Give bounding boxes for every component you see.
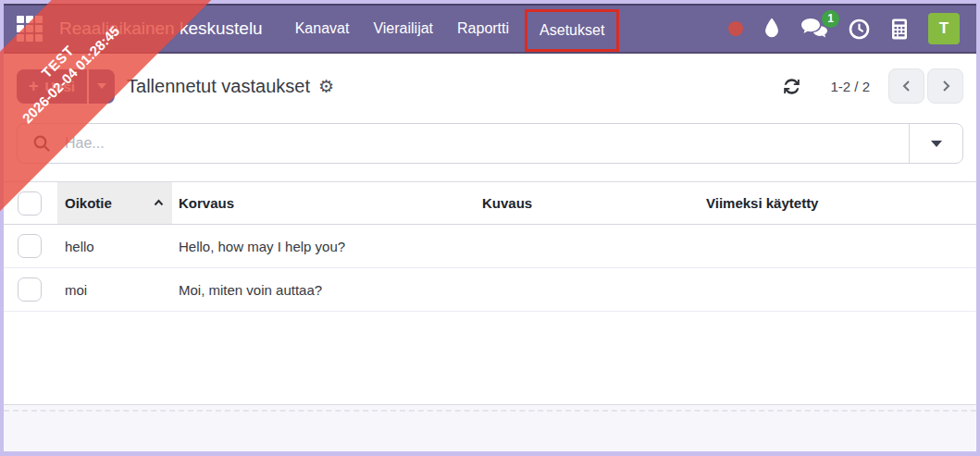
table-row[interactable]: hello Hello, how may I help you?: [4, 225, 976, 268]
new-button-group: + Uusi: [17, 69, 115, 104]
user-avatar[interactable]: T: [928, 13, 960, 44]
message-count-badge: 1: [822, 10, 839, 28]
sort-asc-icon: [153, 197, 165, 209]
cell-substitution: Hello, how may I help you?: [172, 225, 476, 267]
cell-shortcut: hello: [57, 225, 172, 267]
page-title: Tallennetut vastaukset: [127, 76, 310, 97]
menu-item-asetukset[interactable]: Asetukset: [525, 9, 619, 52]
menu-item-vierailijat[interactable]: Vierailijat: [361, 6, 445, 52]
filter-caret-icon: [931, 141, 942, 147]
pager-next-button[interactable]: [927, 68, 963, 104]
pager-range: 1-2 / 2: [830, 79, 870, 94]
menu-item-raportti[interactable]: Raportti: [445, 6, 521, 52]
app-window: Reaaliaikainen keskustelu Kanavat Vierai…: [0, 0, 980, 456]
pager: 1-2 / 2: [783, 68, 963, 104]
select-all-checkbox[interactable]: [18, 191, 42, 216]
drop-icon[interactable]: [763, 17, 781, 41]
calculator-icon[interactable]: [890, 18, 909, 41]
pager-previous-button[interactable]: [888, 68, 924, 104]
cell-description: [476, 225, 700, 267]
activity-clock-icon[interactable]: [848, 18, 871, 41]
row-checkbox[interactable]: [18, 234, 42, 258]
main-menu: Kanavat Vierailijat Raportti Asetukset: [283, 6, 620, 52]
cell-description: [476, 268, 700, 311]
apps-grid-icon[interactable]: [17, 16, 43, 42]
control-bar: + Uusi Tallennetut vastaukset ⚙ 1-2 / 2: [4, 54, 976, 118]
table-header-row: Oikotie Korvaus Kuvaus Viimeksi käytetty: [4, 181, 976, 225]
search-bar: [17, 123, 963, 164]
cell-shortcut: moi: [57, 268, 172, 311]
cell-last-used: [700, 225, 976, 267]
column-header-korvaus[interactable]: Korvaus: [172, 182, 476, 224]
chevron-right-icon: [939, 80, 952, 92]
new-button[interactable]: + Uusi: [17, 69, 87, 104]
chevron-left-icon: [900, 80, 913, 92]
cell-last-used: [700, 268, 976, 311]
search-icon: [32, 134, 51, 153]
refresh-icon[interactable]: [783, 78, 800, 95]
new-button-label: Uusi: [45, 79, 76, 94]
systray: 1 T: [728, 13, 967, 44]
top-navbar: Reaaliaikainen keskustelu Kanavat Vierai…: [4, 4, 976, 54]
search-filter-toggle[interactable]: [909, 124, 962, 163]
plus-icon: +: [29, 78, 39, 94]
new-record-dashed-line: [4, 410, 976, 412]
column-header-oikotie[interactable]: Oikotie: [57, 182, 172, 224]
column-header-kuvaus[interactable]: Kuvaus: [476, 182, 700, 224]
record-indicator-icon[interactable]: [728, 21, 743, 36]
table-row[interactable]: moi Moi, miten voin auttaa?: [4, 268, 976, 312]
search-input[interactable]: [65, 124, 909, 163]
menu-item-kanavat[interactable]: Kanavat: [283, 6, 362, 52]
new-button-dropdown-toggle[interactable]: [87, 69, 115, 104]
caret-down-icon: [97, 83, 106, 89]
gear-icon[interactable]: ⚙: [318, 76, 334, 96]
messages-icon[interactable]: 1: [800, 18, 828, 41]
app-name[interactable]: Reaaliaikainen keskustelu: [59, 18, 263, 39]
row-checkbox[interactable]: [18, 277, 42, 302]
cell-substitution: Moi, miten voin auttaa?: [172, 268, 476, 311]
column-header-viimeksi-kaytetty[interactable]: Viimeksi käytetty: [700, 182, 976, 224]
list-empty-area: [4, 312, 976, 404]
footer-strip: [4, 404, 976, 451]
